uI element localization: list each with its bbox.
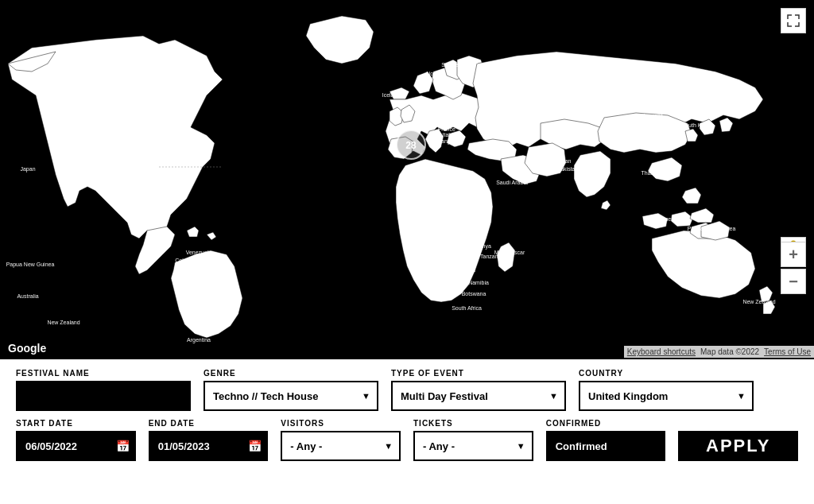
- start-date-group: START DATE 📅: [16, 419, 136, 461]
- end-date-wrapper: 📅: [149, 431, 269, 461]
- country-label: COUNTRY: [579, 369, 754, 378]
- map-container[interactable]: United States Mexico Brazil Bolivia Peru…: [0, 0, 814, 358]
- start-date-input[interactable]: [16, 431, 136, 461]
- genre-select[interactable]: - Any - Techno // Tech House House Tranc…: [204, 381, 378, 411]
- type-of-event-select[interactable]: - Any - Multi Day Festival Single Day Fe…: [391, 381, 566, 411]
- fullscreen-button[interactable]: [781, 8, 806, 33]
- genre-select-wrapper: - Any - Techno // Tech House House Tranc…: [204, 381, 378, 411]
- country-group: COUNTRY - Any - United Kingdom Germany N…: [579, 369, 754, 411]
- visitors-label: VISITORS: [281, 419, 401, 428]
- type-of-event-group: TYPE OF EVENT - Any - Multi Day Festival…: [391, 369, 566, 411]
- tickets-select-wrapper: - Any - Available Sold Out Free: [413, 431, 533, 461]
- end-date-label: END DATE: [149, 419, 269, 428]
- type-of-event-select-wrapper: - Any - Multi Day Festival Single Day Fe…: [391, 381, 566, 411]
- end-date-group: END DATE 📅: [149, 419, 269, 461]
- visitors-select-wrapper: - Any - < 1,000 1,000 - 5,000 5,000 - 10…: [281, 431, 401, 461]
- country-select[interactable]: - Any - United Kingdom Germany Netherlan…: [579, 381, 754, 411]
- confirmed-select-wrapper: - Any - Confirmed Unconfirmed Cancelled: [546, 431, 666, 461]
- zoom-out-button[interactable]: −: [781, 269, 806, 294]
- visitors-group: VISITORS - Any - < 1,000 1,000 - 5,000 5…: [281, 419, 401, 461]
- start-date-label: START DATE: [16, 419, 136, 428]
- confirmed-select[interactable]: - Any - Confirmed Unconfirmed Cancelled: [546, 431, 666, 461]
- start-date-wrapper: 📅: [16, 431, 136, 461]
- type-of-event-label: TYPE OF EVENT: [391, 369, 566, 378]
- tickets-group: TICKETS - Any - Available Sold Out Free: [413, 419, 533, 461]
- tickets-select[interactable]: - Any - Available Sold Out Free: [413, 431, 533, 461]
- festival-name-input[interactable]: [16, 381, 191, 411]
- filter-bar: FESTIVAL NAME GENRE - Any - Techno // Te…: [0, 358, 814, 469]
- apply-group: APPLY: [678, 419, 798, 461]
- svg-text:28: 28: [405, 140, 417, 151]
- festival-name-label: FESTIVAL NAME: [16, 369, 191, 378]
- filter-row-1: FESTIVAL NAME GENRE - Any - Techno // Te…: [16, 369, 798, 411]
- zoom-controls: + −: [781, 242, 806, 294]
- genre-label: GENRE: [204, 369, 378, 378]
- end-date-input[interactable]: [149, 431, 269, 461]
- apply-spacer: [678, 419, 798, 428]
- genre-group: GENRE - Any - Techno // Tech House House…: [204, 369, 378, 411]
- zoom-in-button[interactable]: +: [781, 242, 806, 267]
- confirmed-label: CONFIRMED: [546, 419, 666, 428]
- apply-button[interactable]: APPLY: [678, 431, 798, 461]
- tickets-label: TICKETS: [413, 419, 533, 428]
- festival-name-group: FESTIVAL NAME: [16, 369, 191, 411]
- google-logo: Google: [8, 342, 46, 355]
- confirmed-group: CONFIRMED - Any - Confirmed Unconfirmed …: [546, 419, 666, 461]
- visitors-select[interactable]: - Any - < 1,000 1,000 - 5,000 5,000 - 10…: [281, 431, 401, 461]
- country-select-wrapper: - Any - United Kingdom Germany Netherlan…: [579, 381, 754, 411]
- map-attribution: Keyboard shortcuts Map data ©2022 Terms …: [624, 346, 814, 358]
- filter-row-2: START DATE 📅 END DATE 📅 VISITORS - Any -…: [16, 419, 798, 461]
